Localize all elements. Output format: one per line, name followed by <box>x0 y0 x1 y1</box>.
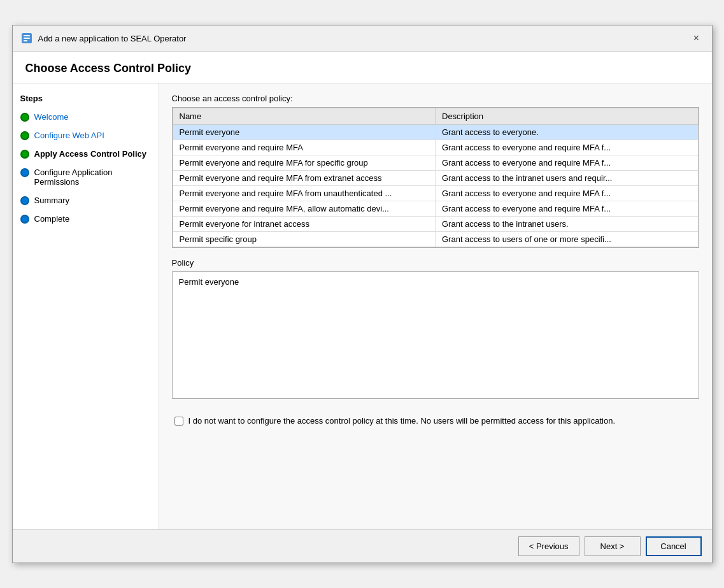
main-panel: Choose an access control policy: Name De… <box>159 83 712 529</box>
cell-description: Grant access to the intranet users and r… <box>436 171 699 186</box>
checkbox-row: I do not want to configure the access co… <box>172 409 699 433</box>
step-indicator-complete <box>20 215 29 224</box>
policy-box-label: Policy <box>172 258 699 268</box>
step-indicator-configure-permissions <box>20 168 29 177</box>
cell-description: Grant access to everyone and require MFA… <box>436 186 699 201</box>
cell-name: Permit everyone and require MFA for spec… <box>173 155 436 171</box>
sidebar-item-label-apply-access: Apply Access Control Policy <box>34 149 147 159</box>
step-indicator-configure-web-api <box>20 131 29 140</box>
cell-name: Permit everyone <box>173 125 436 140</box>
sidebar-item-label-configure-permissions: Configure Application Permissions <box>34 168 151 187</box>
table-row[interactable]: Permit everyone and require MFA for spec… <box>173 155 698 171</box>
app-icon <box>20 32 33 45</box>
policy-table-container: Name Description Permit everyoneGrant ac… <box>172 107 699 248</box>
sidebar-item-apply-access: Apply Access Control Policy <box>20 148 151 160</box>
close-button[interactable]: × <box>689 31 704 46</box>
table-row[interactable]: Permit everyoneGrant access to everyone. <box>173 125 698 140</box>
title-bar: Add a new application to SEAL Operator × <box>13 25 712 52</box>
previous-button[interactable]: < Previous <box>518 536 579 556</box>
svg-rect-3 <box>24 40 27 41</box>
step-indicator-welcome <box>20 113 29 122</box>
col-header-description: Description <box>436 108 699 125</box>
sidebar: Steps Welcome Configure Web API Apply Ac… <box>13 83 159 529</box>
policy-section: Policy Permit everyone <box>172 258 699 399</box>
checkbox-label[interactable]: I do not want to configure the access co… <box>188 415 616 427</box>
content-area: Steps Welcome Configure Web API Apply Ac… <box>13 83 712 529</box>
cell-description: Grant access to everyone and require MFA… <box>436 155 699 171</box>
cell-description: Grant access to everyone and require MFA… <box>436 201 699 217</box>
next-button[interactable]: Next > <box>585 536 641 556</box>
title-bar-left: Add a new application to SEAL Operator <box>20 32 187 45</box>
sidebar-item-label-configure-web-api: Configure Web API <box>34 131 104 140</box>
sidebar-item-complete: Complete <box>20 213 151 225</box>
sidebar-item-label-welcome: Welcome <box>34 112 69 122</box>
cell-name: Permit specific group <box>173 232 436 247</box>
footer: < Previous Next > Cancel <box>13 529 712 563</box>
no-config-checkbox[interactable] <box>174 417 183 426</box>
table-row[interactable]: Permit everyone and require MFA, allow a… <box>173 201 698 217</box>
cell-description: Grant access to users of one or more spe… <box>436 232 699 247</box>
cell-name: Permit everyone and require MFA from una… <box>173 186 436 201</box>
page-title: Choose Access Control Policy <box>13 52 712 83</box>
cell-description: Grant access to the intranet users. <box>436 217 699 232</box>
cancel-button[interactable]: Cancel <box>646 536 702 556</box>
cell-name: Permit everyone and require MFA from ext… <box>173 171 436 186</box>
svg-rect-1 <box>24 35 30 36</box>
table-row[interactable]: Permit specific groupGrant access to use… <box>173 232 698 247</box>
svg-rect-2 <box>24 38 30 39</box>
dialog: Add a new application to SEAL Operator ×… <box>12 25 713 563</box>
cell-name: Permit everyone and require MFA, allow a… <box>173 201 436 217</box>
policy-box: Permit everyone <box>172 271 699 399</box>
table-row[interactable]: Permit everyone and require MFAGrant acc… <box>173 140 698 155</box>
sidebar-item-label-summary: Summary <box>34 196 70 205</box>
sidebar-title: Steps <box>20 94 151 103</box>
sidebar-item-configure-permissions: Configure Application Permissions <box>20 166 151 188</box>
policy-table-section: Choose an access control policy: Name De… <box>172 94 699 248</box>
col-header-name: Name <box>173 108 436 125</box>
step-indicator-apply-access <box>20 150 29 159</box>
policy-table-label: Choose an access control policy: <box>172 94 699 103</box>
policy-value: Permit everyone <box>179 277 239 287</box>
cell-description: Grant access to everyone. <box>436 125 699 140</box>
step-indicator-summary <box>20 196 29 205</box>
table-row[interactable]: Permit everyone and require MFA from ext… <box>173 171 698 186</box>
sidebar-item-summary: Summary <box>20 194 151 206</box>
table-row[interactable]: Permit everyone and require MFA from una… <box>173 186 698 201</box>
cell-description: Grant access to everyone and require MFA… <box>436 140 699 155</box>
cell-name: Permit everyone for intranet access <box>173 217 436 232</box>
cell-name: Permit everyone and require MFA <box>173 140 436 155</box>
dialog-title: Add a new application to SEAL Operator <box>38 34 187 43</box>
sidebar-item-label-complete: Complete <box>34 214 70 224</box>
sidebar-item-welcome[interactable]: Welcome <box>20 111 151 123</box>
policy-table: Name Description Permit everyoneGrant ac… <box>173 108 699 247</box>
sidebar-item-configure-web-api[interactable]: Configure Web API <box>20 129 151 141</box>
table-row[interactable]: Permit everyone for intranet accessGrant… <box>173 217 698 232</box>
